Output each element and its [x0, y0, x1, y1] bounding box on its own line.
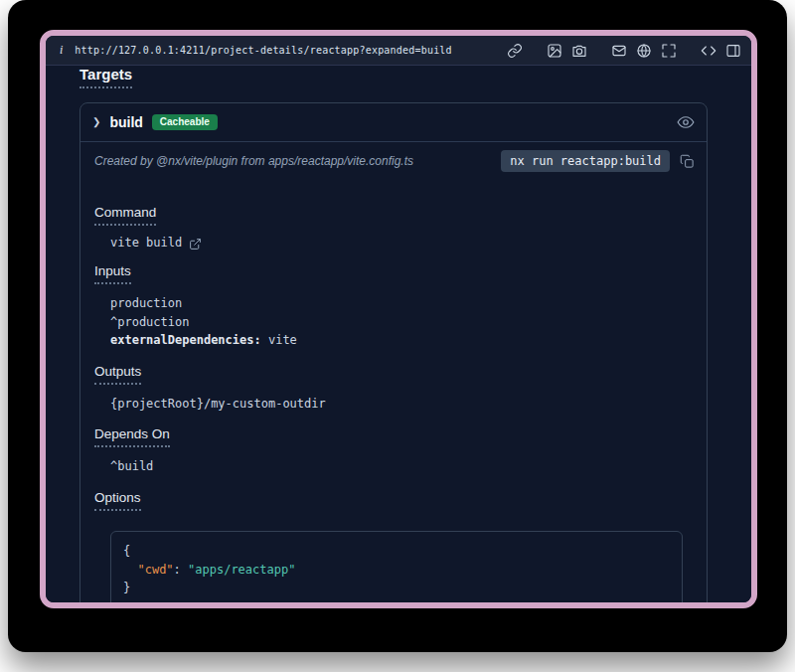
- json-line-close: }: [123, 579, 670, 597]
- depends-on-item: ^build: [110, 457, 693, 476]
- cacheable-badge: Cacheable: [152, 114, 218, 130]
- info-icon: i: [56, 43, 67, 58]
- camera-icon[interactable]: [571, 43, 587, 59]
- external-deps-value: vite: [261, 333, 297, 347]
- expand-icon[interactable]: [661, 43, 677, 59]
- input-item: ^production: [110, 313, 693, 332]
- browser-window: i http://127.0.0.1:4211/project-details/…: [40, 30, 757, 608]
- json-value-cwd: "apps/reactapp": [188, 563, 295, 577]
- build-card-body: Command vite build Inputs production ^pr…: [80, 181, 707, 602]
- json-line-cwd: "cwd": "apps/reactapp": [123, 561, 670, 580]
- json-line-open: {: [123, 542, 670, 561]
- desktop-background: i http://127.0.0.1:4211/project-details/…: [8, 0, 787, 652]
- command-value: vite build: [110, 236, 182, 250]
- options-json-block: { "cwd": "apps/reactapp" }: [110, 531, 683, 602]
- external-deps-key: externalDependencies:: [110, 333, 261, 347]
- globe-icon[interactable]: [636, 43, 652, 59]
- target-name-build: build: [109, 114, 142, 130]
- output-item: {projectRoot}/my-custom-outdir: [110, 395, 693, 414]
- chevron-down-icon[interactable]: ❯: [92, 117, 100, 127]
- address-url[interactable]: http://127.0.0.1:4211/project-details/re…: [75, 45, 451, 56]
- eye-icon[interactable]: [677, 113, 695, 131]
- input-item-external-deps: externalDependencies: vite: [110, 331, 693, 350]
- external-link-icon[interactable]: [189, 237, 202, 250]
- build-card-subheader: Created by @nx/vite/plugin from apps/rea…: [80, 141, 707, 181]
- options-heading: Options: [94, 490, 141, 511]
- input-item: production: [110, 294, 693, 313]
- screenshot-icon[interactable]: [547, 43, 562, 59]
- title-bar: i http://127.0.0.1:4211/project-details/…: [46, 36, 751, 66]
- depends-on-heading: Depends On: [94, 426, 170, 447]
- json-key-cwd: "cwd": [137, 563, 173, 577]
- toolbar-icons: [507, 43, 741, 59]
- targets-heading: Targets: [80, 66, 132, 88]
- command-heading: Command: [94, 205, 156, 226]
- command-row: vite build: [110, 236, 693, 250]
- link-icon[interactable]: [507, 43, 523, 59]
- page-content: Targets ❯ build Cacheable Created by @nx…: [46, 66, 751, 602]
- inbox-icon[interactable]: [611, 43, 627, 59]
- layout-sidebar-icon[interactable]: [725, 43, 741, 59]
- build-target-card: ❯ build Cacheable Created by @nx/vite/pl…: [80, 102, 708, 602]
- copy-icon[interactable]: [680, 154, 695, 169]
- created-by-text: Created by @nx/vite/plugin from apps/rea…: [94, 154, 413, 168]
- run-command-chip[interactable]: nx run reactapp:build: [501, 150, 670, 172]
- inputs-heading: Inputs: [94, 263, 131, 284]
- code-icon[interactable]: [701, 43, 716, 59]
- build-card-header[interactable]: ❯ build Cacheable: [80, 103, 707, 141]
- outputs-heading: Outputs: [94, 364, 141, 385]
